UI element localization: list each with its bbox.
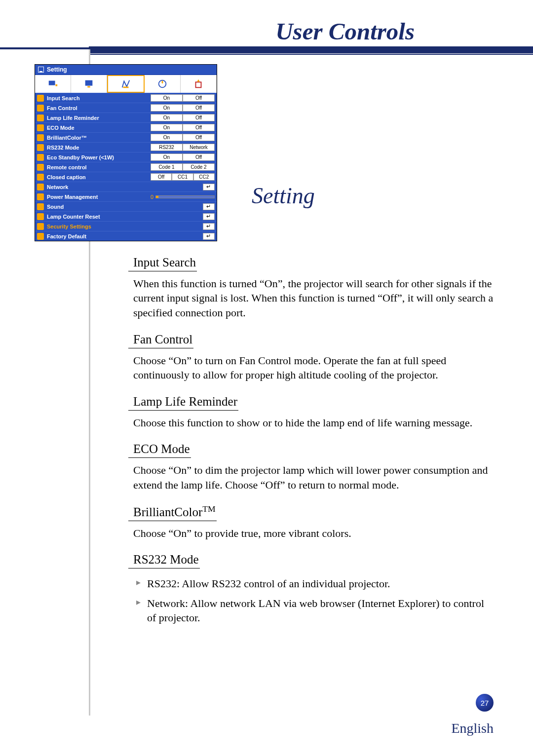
osd-slider[interactable]: 0 xyxy=(151,193,215,200)
osd-row[interactable]: Network xyxy=(35,182,217,191)
enter-icon[interactable] xyxy=(203,213,215,220)
heading-rs232: RS232 Mode xyxy=(128,551,200,568)
osd-tabs xyxy=(35,75,217,93)
osd-row-icon xyxy=(37,95,44,102)
heading-brilliantcolor: BrilliantColorTM xyxy=(128,503,217,521)
osd-tab-display[interactable] xyxy=(71,75,107,93)
svg-rect-3 xyxy=(87,86,90,88)
osd-row-label: Security Settings xyxy=(47,224,152,229)
section-title: Setting xyxy=(252,183,315,209)
osd-row-label: ECO Mode xyxy=(47,125,151,131)
heading-lamp-life: Lamp Life Reminder xyxy=(128,393,238,411)
osd-toggle[interactable]: OnOff xyxy=(151,134,215,141)
language-label: English xyxy=(451,720,494,736)
heading-fan-control: Fan Control xyxy=(128,331,193,348)
osd-row-label: Sound xyxy=(47,204,152,210)
osd-row-icon xyxy=(37,134,44,141)
osd-toggle[interactable]: OnOff xyxy=(151,94,215,102)
enter-icon[interactable] xyxy=(203,184,215,190)
svg-marker-7 xyxy=(197,79,200,82)
enter-icon[interactable] xyxy=(203,223,215,230)
rs232-bullets: RS232: Allow RS232 control of an individ… xyxy=(133,576,494,625)
osd-row[interactable]: Sound xyxy=(35,201,217,211)
osd-row-icon xyxy=(37,213,44,220)
osd-row-label: Lamp Counter Reset xyxy=(47,214,152,220)
osd-row-label: Remote control xyxy=(47,164,151,170)
osd-toggle[interactable]: RS232Network xyxy=(151,144,215,151)
osd-row[interactable]: Fan ControlOnOff xyxy=(35,103,217,113)
osd-row-label: Fan Control xyxy=(47,105,151,111)
osd-row-icon xyxy=(37,154,44,161)
osd-row[interactable]: Lamp Counter Reset xyxy=(35,211,217,221)
osd-row-label: Lamp Life Reminder xyxy=(47,115,151,121)
osd-row-icon xyxy=(37,184,44,190)
osd-row[interactable]: Eco Standby Power (<1W)OnOff xyxy=(35,152,217,162)
osd-row-icon xyxy=(37,233,44,240)
osd-row-label: BrilliantColor™ xyxy=(47,135,151,141)
osd-tab-setting[interactable] xyxy=(107,75,145,93)
osd-row[interactable]: Lamp Life ReminderOnOff xyxy=(35,113,217,122)
text-lamp-life: Choose this function to show or to hide … xyxy=(133,416,494,430)
rs232-bullet-1: RS232: Allow RS232 control of an individ… xyxy=(133,576,494,591)
osd-row-icon xyxy=(37,164,44,171)
osd-row-label: Input Search xyxy=(47,95,151,101)
osd-row[interactable]: ECO ModeOnOff xyxy=(35,122,217,132)
svg-rect-0 xyxy=(49,81,55,85)
osd-row-label: Factory Default xyxy=(47,233,152,239)
osd-menu: Setting Input SearchOnOffFan ControlOnOf… xyxy=(35,64,217,241)
rs232-bullet-2: Network: Allow network LAN via web brows… xyxy=(133,596,494,625)
svg-rect-2 xyxy=(85,80,93,86)
osd-toggle[interactable]: OnOff xyxy=(151,153,215,161)
osd-toggle[interactable]: OffCC1CC2 xyxy=(151,173,215,181)
osd-row[interactable]: RS232 ModeRS232Network xyxy=(35,142,217,152)
osd-row[interactable]: Remote controlCode 1Code 2 xyxy=(35,162,217,172)
osd-toggle[interactable]: OnOff xyxy=(151,114,215,121)
enter-icon[interactable] xyxy=(203,233,215,240)
osd-row-icon xyxy=(37,193,44,200)
osd-row[interactable]: Security Settings xyxy=(35,221,217,231)
osd-row-label: Closed caption xyxy=(47,174,151,180)
osd-row-label: Eco Standby Power (<1W) xyxy=(47,154,151,160)
osd-row-icon xyxy=(37,105,44,112)
svg-rect-6 xyxy=(196,82,201,87)
window-icon xyxy=(38,67,44,73)
osd-toggle[interactable]: Code 1Code 2 xyxy=(151,163,215,171)
osd-row[interactable]: Power Management0 xyxy=(35,191,217,201)
svg-rect-1 xyxy=(56,84,58,86)
text-brilliantcolor: Choose “On” to provide true, more vibran… xyxy=(133,526,494,541)
text-fan-control: Choose “On” to turn on Fan Control mode.… xyxy=(133,353,494,382)
osd-row-icon xyxy=(37,223,44,230)
page-title: User Controls xyxy=(275,17,415,45)
osd-title: Setting xyxy=(47,66,67,73)
heading-eco-mode: ECO Mode xyxy=(128,441,191,458)
osd-tab-options[interactable] xyxy=(145,75,181,93)
osd-row-label: RS232 Mode xyxy=(47,145,151,151)
osd-tab-lamp[interactable] xyxy=(181,75,217,93)
osd-row-label: Network xyxy=(47,184,152,190)
heading-input-search: Input Search xyxy=(128,254,197,271)
osd-row-icon xyxy=(37,124,44,131)
body-content: Input Search When this function is turne… xyxy=(133,254,494,630)
text-input-search: When this function is turned “On”, the p… xyxy=(133,276,494,320)
osd-titlebar: Setting xyxy=(35,65,217,75)
osd-row-icon xyxy=(37,174,44,181)
osd-row[interactable]: Closed captionOffCC1CC2 xyxy=(35,172,217,182)
osd-row[interactable]: Input SearchOnOff xyxy=(35,93,217,103)
osd-row-icon xyxy=(37,144,44,151)
osd-tab-image[interactable] xyxy=(35,75,71,93)
text-eco-mode: Choose “On” to dim the projector lamp wh… xyxy=(133,463,494,492)
osd-row-icon xyxy=(37,203,44,210)
enter-icon[interactable] xyxy=(203,203,215,210)
osd-row[interactable]: BrilliantColor™OnOff xyxy=(35,132,217,142)
osd-toggle[interactable]: OnOff xyxy=(151,124,215,131)
osd-row-label: Power Management xyxy=(47,194,151,200)
page-header: User Controls xyxy=(0,0,533,49)
osd-row[interactable]: Factory Default xyxy=(35,231,217,241)
osd-row-icon xyxy=(37,114,44,121)
page-number: 27 xyxy=(476,694,494,712)
svg-rect-4 xyxy=(123,87,129,88)
osd-toggle[interactable]: OnOff xyxy=(151,104,215,112)
